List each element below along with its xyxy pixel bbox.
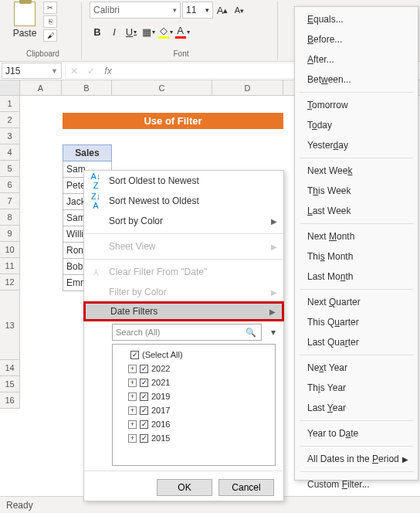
row-header[interactable]: 12	[0, 274, 19, 290]
tree-item-year[interactable]: +✓2022	[116, 362, 272, 375]
format-painter-button[interactable]: 🖌	[43, 29, 57, 42]
filter-before[interactable]: Before...	[295, 29, 418, 49]
filter-this-week[interactable]: This Week	[295, 181, 418, 201]
filter-yesterday[interactable]: Yesterday	[295, 135, 418, 155]
tree-item-year[interactable]: +✓2019	[116, 389, 272, 403]
filter-last-week[interactable]: Last Week	[295, 201, 418, 221]
filter-between[interactable]: Between...	[295, 70, 418, 90]
row-header[interactable]: 9	[0, 226, 19, 242]
sort-by-color[interactable]: Sort by Color▶	[84, 211, 283, 231]
cancel-button[interactable]: Cancel	[218, 479, 274, 496]
sort-desc-icon: Z↓A	[89, 192, 103, 210]
filter-year-to-date[interactable]: Year to Date	[295, 423, 418, 443]
filter-next-quarter[interactable]: Next Quarter	[295, 292, 418, 312]
grow-font-button[interactable]: A▴	[215, 2, 230, 19]
tree-item-year[interactable]: +✓2015	[116, 431, 272, 445]
filter-next-week[interactable]: Next Week	[295, 161, 418, 181]
row-header[interactable]: 1	[0, 96, 19, 112]
fill-color-button[interactable]: ◇▾	[158, 23, 173, 40]
filter-this-year[interactable]: This Year	[295, 378, 418, 398]
tree-item-year[interactable]: +✓2016	[116, 417, 272, 431]
filter-all-dates-period[interactable]: All Dates in the Period▶	[295, 449, 418, 469]
sort-newest-to-oldest[interactable]: Z↓A Sort Newest to Oldest	[84, 191, 283, 211]
chevron-right-icon: ▶	[402, 455, 408, 464]
filter-after[interactable]: After...	[295, 49, 418, 70]
row-headers: 1 2 3 4 5 6 7 8 9 10 11 12 13 14 15 16	[0, 96, 20, 409]
filter-custom[interactable]: Custom Filter...	[295, 474, 418, 494]
shrink-font-button[interactable]: A▾	[232, 2, 247, 19]
cancel-formula-icon[interactable]: ✕	[66, 66, 83, 76]
status-text: Ready	[6, 500, 33, 511]
filter-last-month[interactable]: Last Month	[295, 267, 418, 287]
paste-label: Paste	[13, 28, 37, 39]
filter-this-month[interactable]: This Month	[295, 246, 418, 267]
copy-button[interactable]: ⎘	[43, 15, 57, 28]
enter-formula-icon[interactable]: ✓	[83, 66, 100, 76]
underline-button[interactable]: U▾	[124, 23, 139, 40]
row-header[interactable]: 5	[0, 161, 19, 177]
filter-last-year[interactable]: Last Year	[295, 398, 418, 418]
row-header[interactable]: 15	[0, 376, 19, 392]
search-icon: 🔍	[246, 328, 258, 338]
bold-button[interactable]: B	[90, 23, 105, 40]
filter-last-quarter[interactable]: Last Quarter	[295, 332, 418, 352]
header-cell-sales[interactable]: Sales	[63, 144, 112, 161]
row-header[interactable]: 16	[0, 392, 19, 409]
filter-by-color: Filter by Color▶	[84, 282, 283, 302]
filter-context-menu: A↓Z Sort Oldest to Newest Z↓A Sort Newes…	[83, 170, 284, 501]
col-header-d[interactable]: D	[212, 80, 283, 96]
font-group-label: Font	[90, 49, 273, 58]
separator	[300, 446, 413, 447]
filter-equals[interactable]: Equals...	[295, 9, 418, 29]
row-header[interactable]: 2	[0, 112, 19, 128]
filter-next-month[interactable]: Next Month	[295, 226, 418, 246]
tree-item-select-all[interactable]: ✓(Select All)	[116, 348, 272, 362]
row-header[interactable]: 11	[0, 258, 19, 274]
fx-icon[interactable]: fx	[100, 66, 117, 76]
name-box[interactable]: J15▼	[2, 63, 62, 79]
paste-button[interactable]: Paste	[9, 2, 40, 39]
border-button[interactable]: ▦▾	[141, 23, 156, 40]
font-color-button[interactable]: A▾	[174, 23, 190, 40]
ribbon-group-font: Calibri▾ 11▾ A▴ A▾ B I U▾ ▦▾ ◇▾ A▾ Font	[85, 2, 278, 59]
search-dropdown-icon[interactable]: ▾	[269, 327, 276, 338]
separator	[300, 355, 413, 355]
col-header-b[interactable]: B	[62, 80, 112, 96]
row-header[interactable]: 13	[0, 290, 19, 360]
ok-button[interactable]: OK	[157, 479, 212, 496]
row-header[interactable]: 8	[0, 209, 19, 226]
filter-this-quarter[interactable]: This Quarter	[295, 312, 418, 332]
font-size-select[interactable]: 11▾	[182, 2, 213, 19]
separator	[300, 223, 413, 224]
separator	[84, 233, 283, 234]
font-family-select[interactable]: Calibri▾	[90, 2, 181, 19]
filter-next-year[interactable]: Next Year	[295, 358, 418, 378]
sort-oldest-to-newest[interactable]: A↓Z Sort Oldest to Newest	[84, 171, 283, 191]
filter-today[interactable]: Today	[295, 115, 418, 135]
row-header[interactable]: 10	[0, 242, 19, 258]
expand-icon[interactable]: +	[128, 365, 137, 373]
clipboard-group-label: Clipboard	[9, 49, 76, 58]
filter-values-tree[interactable]: ✓(Select All) +✓2022 +✓2021 +✓2019 +✓201…	[112, 344, 276, 466]
row-header[interactable]: 3	[0, 128, 19, 144]
italic-button[interactable]: I	[107, 23, 122, 40]
tree-item-year[interactable]: +✓2021	[116, 375, 272, 389]
row-header[interactable]: 7	[0, 193, 19, 209]
row-header[interactable]: 14	[0, 360, 19, 376]
row-header[interactable]: 4	[0, 144, 19, 161]
tree-item-year[interactable]: +✓2017	[116, 403, 272, 417]
date-filters-submenu: Equals... Before... After... Between... …	[294, 6, 418, 481]
filter-tomorrow[interactable]: Tomorrow	[295, 95, 418, 115]
separator	[84, 259, 283, 260]
select-all-cells[interactable]	[0, 80, 20, 95]
col-header-a[interactable]: A	[20, 80, 62, 96]
separator	[300, 289, 413, 290]
row-header[interactable]: 6	[0, 177, 19, 193]
checkbox-icon[interactable]: ✓	[130, 351, 139, 359]
col-header-c[interactable]: C	[112, 80, 212, 96]
filter-search-input[interactable]: Search (All)🔍	[112, 324, 262, 341]
cut-button[interactable]: ✂	[43, 2, 57, 14]
title-cell[interactable]: Use of Filter	[63, 113, 283, 129]
clear-filter-icon: ⅄	[89, 267, 103, 277]
date-filters[interactable]: Date Filters▶	[83, 301, 284, 321]
